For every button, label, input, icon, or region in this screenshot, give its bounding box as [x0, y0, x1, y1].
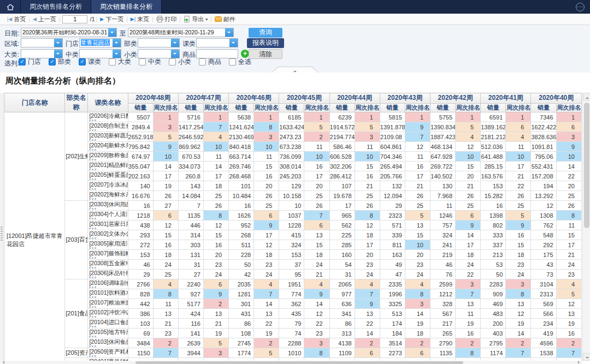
splitter-grip[interactable] [1, 226, 3, 241]
scroll-up-icon[interactable] [583, 93, 590, 100]
checkbox-unchecked-icon[interactable] [109, 58, 116, 65]
window-menu-icon[interactable]: ··· [576, 3, 585, 11]
class-select[interactable] [196, 38, 238, 47]
tab-sales-ranking[interactable]: 周次销售排名分析 [21, 0, 91, 14]
trend-mini-icon[interactable] [89, 237, 96, 239]
table-row: [20304]个人清洁12186113581626610377965823235… [5, 211, 582, 220]
column-checkbox-5[interactable]: 小类 [169, 57, 191, 67]
trend-mini-icon[interactable] [89, 247, 96, 249]
trend-mini-icon[interactable] [89, 287, 96, 288]
date-to-select[interactable]: 2020第48周结束时间-2020-11-29 [128, 28, 234, 37]
column-checkbox-3[interactable]: 大类 [109, 57, 131, 67]
date-from-select[interactable]: 2020第36周开始时间-2020-08-31 [21, 28, 117, 37]
checkbox-unchecked-icon[interactable] [229, 58, 236, 65]
dept-name-cell: [201]食品 [65, 279, 88, 348]
home-button[interactable] [0, 0, 21, 14]
trend-mini-icon[interactable] [89, 129, 96, 131]
trend-mini-icon[interactable] [89, 139, 96, 141]
trend-mini-icon[interactable] [89, 218, 96, 219]
scroll-right-icon[interactable] [578, 361, 581, 364]
trend-mini-icon[interactable] [89, 296, 96, 298]
trend-mini-icon[interactable] [89, 306, 96, 308]
trend-mini-icon[interactable] [89, 336, 96, 337]
rank-cell: 21 [456, 181, 481, 191]
next-page-button[interactable]: ▶下一页 [97, 15, 126, 23]
checkbox-unchecked-icon[interactable] [199, 58, 206, 65]
horizontal-scrollbar[interactable] [0, 361, 582, 364]
qty-cell: 1887.423 [430, 132, 456, 142]
prev-page-button[interactable]: ◀上一页 [30, 15, 59, 23]
trend-mini-icon[interactable] [89, 257, 96, 259]
qty-cell: 1091.81 [531, 142, 556, 152]
rank-cell: 22 [254, 319, 279, 329]
add-goods-icon[interactable]: + [241, 50, 249, 58]
dropdown-arrow-icon[interactable] [54, 50, 62, 58]
trend-mini-icon[interactable] [89, 316, 96, 318]
trend-mini-icon[interactable] [89, 149, 96, 151]
qty-cell: 79 [279, 319, 304, 329]
table-row: [20107]粮油米面44211517723011436214636933253… [5, 299, 582, 309]
dropdown-arrow-icon[interactable] [113, 39, 121, 47]
dropdown-arrow-icon[interactable] [54, 39, 62, 47]
query-button[interactable]: 查询 [249, 28, 282, 38]
column-checkbox-0[interactable]: 门店 [19, 57, 41, 67]
page-number-input[interactable] [62, 15, 87, 23]
checkbox-checked-icon[interactable] [79, 58, 86, 65]
dropdown-arrow-icon[interactable] [113, 50, 121, 58]
vertical-scroll-thumb[interactable] [584, 103, 589, 228]
trend-mini-icon[interactable] [89, 120, 96, 121]
class-name: [20203]新鲜蔬菜 [89, 132, 128, 139]
mail-button[interactable]: 邮件 [212, 15, 238, 23]
dropdown-arrow-icon[interactable] [225, 28, 233, 37]
trend-mini-icon[interactable] [89, 198, 96, 200]
scroll-down-icon[interactable] [583, 353, 590, 361]
trend-mini-icon[interactable] [89, 178, 96, 180]
dropdown-arrow-icon[interactable] [171, 39, 179, 47]
trend-mini-icon[interactable] [89, 188, 96, 190]
tab-volume-ranking[interactable]: 周次销量排名分析 [91, 0, 162, 14]
trend-mini-icon[interactable] [89, 228, 96, 229]
first-page-button[interactable]: |◀首页 [4, 15, 28, 23]
column-checkbox-1[interactable]: 部类 [49, 57, 71, 67]
qty-cell: 3325 [380, 299, 405, 309]
checkbox-unchecked-icon[interactable] [139, 58, 146, 65]
column-checkbox-6[interactable]: 商品 [199, 57, 221, 67]
rank-cell: 20 [304, 181, 329, 191]
trend-mini-icon[interactable] [89, 267, 96, 268]
export-button[interactable]: 导出▾ [181, 15, 210, 23]
column-checkbox-7[interactable]: 全选 [229, 57, 251, 67]
column-checkbox-2[interactable]: 课类 [79, 57, 101, 67]
rank-cell: 7 [304, 211, 329, 220]
trend-mini-icon[interactable] [89, 326, 96, 327]
rank-cell: 6 [506, 122, 531, 132]
dept-select[interactable] [138, 38, 180, 47]
horizontal-scroll-thumb[interactable] [135, 361, 463, 364]
trend-mini-icon[interactable] [89, 277, 96, 278]
dropdown-arrow-icon[interactable] [108, 28, 116, 37]
clear-button[interactable]: 清除 [249, 49, 282, 59]
trend-mini-icon[interactable] [89, 345, 96, 347]
dropdown-arrow-icon[interactable] [171, 50, 179, 58]
rank-cell: 7 [556, 348, 581, 358]
to-label: 至 [120, 29, 126, 38]
scroll-left-icon[interactable] [1, 361, 4, 364]
checkbox-checked-icon[interactable] [19, 58, 26, 65]
region-select[interactable] [21, 38, 63, 47]
panel-collapse-handle[interactable] [272, 67, 318, 73]
column-checkbox-4[interactable]: 中类 [139, 57, 161, 67]
qty-cell: 132 [380, 181, 405, 191]
print-button[interactable]: 打印 [154, 15, 180, 23]
dropdown-arrow-icon[interactable] [229, 39, 238, 47]
vertical-scrollbar[interactable] [582, 93, 590, 361]
qty-cell: 74 [279, 329, 304, 338]
last-page-button[interactable]: ▶|末页 [128, 15, 152, 23]
checkbox-checked-icon[interactable] [49, 58, 56, 65]
select-columns-label: 选列: [4, 59, 19, 68]
store-select[interactable]: 常青花园店 [79, 38, 121, 47]
trend-mini-icon[interactable] [89, 159, 96, 160]
trend-mini-icon[interactable] [89, 355, 96, 357]
trend-mini-icon[interactable] [89, 169, 96, 170]
report-info-button[interactable]: 报表说明 [247, 38, 284, 48]
trend-mini-icon[interactable] [89, 208, 96, 210]
checkbox-unchecked-icon[interactable] [169, 58, 176, 65]
